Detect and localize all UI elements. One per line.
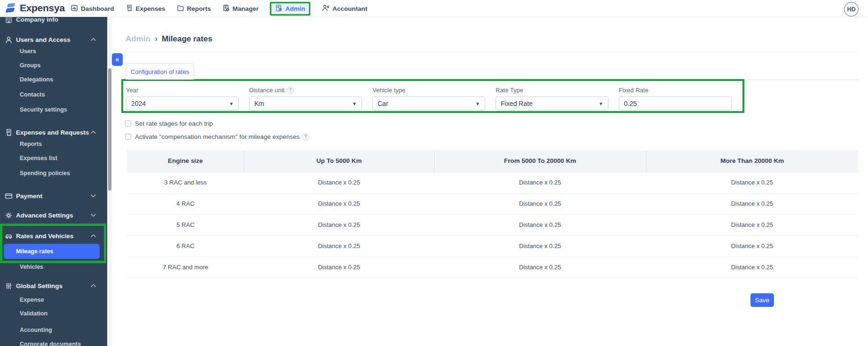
sidebar-section-users-and-access[interactable]: Users and Access	[0, 34, 107, 45]
sidebar-section-label: Expenses and Requests	[16, 129, 89, 136]
rate-type-select[interactable]: Fixed Rate ▼	[496, 97, 608, 111]
card-top-divider	[118, 52, 858, 52]
caret-down-icon: ▼	[599, 101, 603, 106]
nav-item-label: Expenses	[136, 5, 166, 12]
help-icon[interactable]: ?	[302, 133, 309, 140]
sidebar-item-spending-policies[interactable]: Spending policies	[20, 170, 70, 177]
sidebar-item-corporate-documents[interactable]: Corporate documents	[20, 341, 81, 346]
rate-cell: Distance x 0.25	[244, 172, 434, 193]
caret-down-icon: ▼	[352, 101, 357, 106]
rate-stages-checkbox-row[interactable]: Set rate stages for each trip	[125, 120, 213, 127]
rate-cell: Distance x 0.25	[244, 257, 434, 278]
engine-size-cell: 5 RAC	[127, 214, 244, 235]
nav-item-label: Reports	[187, 5, 211, 12]
checkbox-unchecked[interactable]	[125, 134, 131, 140]
nav-item-accountant[interactable]: Accountant	[322, 4, 367, 13]
avatar-initials: HD	[847, 6, 855, 13]
engine-size-cell: 4 RAC	[127, 193, 244, 214]
sidebar-item-accounting[interactable]: Accounting	[20, 327, 52, 333]
sidebar-item-expenses-list[interactable]: Expenses list	[20, 155, 57, 161]
caret-down-icon: ▼	[229, 101, 234, 106]
breadcrumb: Admin › Mileage rates	[126, 34, 213, 44]
sidebar-item-vehicles[interactable]: Vehicles	[20, 264, 43, 270]
sidebar-item-users[interactable]: Users	[20, 48, 36, 55]
sidebar-section-advanced-settings[interactable]: Advanced Settings	[0, 210, 107, 220]
sidebar-section-label: Payment	[16, 193, 42, 200]
sidebar-section-label: Users and Access	[16, 36, 71, 43]
sidebar-item-security-settings[interactable]: Security settings	[20, 106, 67, 113]
sidebar-item-reports[interactable]: Reports	[20, 141, 42, 147]
top-nav-menu: Dashboard Expenses Reports Manager Admin…	[71, 0, 367, 17]
sidebar-section-expenses-and-requests[interactable]: Expenses and Requests	[0, 127, 107, 137]
sidebar-section-global-settings[interactable]: Global Settings	[0, 281, 107, 291]
fixed-rate-input[interactable]: 0.25	[619, 97, 732, 111]
vehicle-type-select-value: Car	[378, 100, 388, 107]
sidebar-item-delegations[interactable]: Delegations	[20, 76, 53, 83]
sidebar-item-mileage-rates-active[interactable]: Mileage rates	[4, 244, 100, 259]
fixed-rate-label: Fixed Rate	[619, 87, 648, 94]
rate-cell: Distance x 0.25	[646, 193, 858, 214]
rate-cell: Distance x 0.25	[434, 257, 646, 278]
rate-type-field-group: Rate Type Fixed Rate ▼	[496, 87, 608, 111]
nav-item-reports[interactable]: Reports	[177, 4, 211, 13]
nav-item-dashboard[interactable]: Dashboard	[71, 4, 114, 13]
breadcrumb-parent[interactable]: Admin	[126, 34, 150, 44]
sidebar-section-payment[interactable]: Payment	[0, 191, 107, 201]
year-field-group: Year 2024 ▼	[126, 87, 239, 111]
vehicle-type-select[interactable]: Car ▼	[372, 97, 485, 111]
sidebar-section-company-info[interactable]: Company info	[0, 17, 107, 24]
table-row: 6 RAC Distance x 0.25 Distance x 0.25 Di…	[127, 235, 858, 257]
rate-cell: Distance x 0.25	[244, 235, 434, 257]
sidebar-section-label: Advanced Settings	[16, 212, 73, 219]
fixed-rate-input-value: 0.25	[624, 100, 637, 107]
user-avatar[interactable]: HD	[844, 2, 859, 16]
save-button[interactable]: Save	[750, 293, 774, 307]
sidebar-item-contacts[interactable]: Contacts	[20, 91, 45, 98]
building-icon	[5, 17, 13, 24]
help-icon[interactable]: ?	[287, 87, 294, 94]
rate-cell: Distance x 0.25	[434, 172, 646, 193]
vehicle-type-field-group: Vehicle type Car ▼	[372, 87, 485, 111]
column-header-5000-to-20000: From 5000 To 20000 Km	[434, 150, 646, 172]
gear-icon	[5, 211, 13, 219]
expensya-logo[interactable]: Expensya	[6, 2, 65, 14]
sidebar-item-groups[interactable]: Groups	[20, 62, 40, 69]
sidebar-scrollbar-thumb[interactable]	[108, 68, 111, 191]
rate-cell: Distance x 0.25	[434, 235, 646, 257]
column-header-more-than-20000: More Than 20000 Km	[646, 150, 858, 172]
year-select[interactable]: 2024 ▼	[126, 97, 239, 111]
sidebar-section-label: Rates and Vehicles	[16, 233, 73, 240]
sidebar-item-validation[interactable]: Validation	[20, 310, 47, 317]
collapse-sidebar-button[interactable]: «	[112, 53, 123, 66]
table-row: 7 RAC and more Distance x 0.25 Distance …	[127, 257, 858, 278]
engine-size-cell: 3 RAC and less	[127, 172, 244, 193]
mileage-rates-table: Engine size Up To 5000 Km From 5000 To 2…	[127, 150, 858, 278]
tab-strip-divider	[744, 80, 858, 80]
caret-down-icon: ▼	[475, 101, 480, 106]
nav-item-manager[interactable]: Manager	[222, 4, 259, 13]
nav-item-label: Manager	[233, 5, 259, 12]
document-gear-icon	[275, 4, 283, 13]
nav-item-admin[interactable]: Admin	[270, 2, 310, 16]
folder-icon	[177, 4, 184, 13]
distance-unit-select-value: Km	[254, 100, 264, 107]
expensya-logo-icon	[6, 2, 16, 14]
nav-item-label: Dashboard	[81, 5, 114, 12]
checkbox-unchecked[interactable]	[125, 121, 131, 127]
rate-type-select-value: Fixed Rate	[501, 100, 533, 107]
page-title: Mileage rates	[162, 34, 213, 44]
table-row: 4 RAC Distance x 0.25 Distance x 0.25 Di…	[127, 193, 858, 214]
column-header-up-to-5000: Up To 5000 Km	[244, 150, 434, 172]
distance-unit-field-group: Distance unit ? Km ▼	[249, 87, 362, 111]
compensation-mechanism-checkbox-row[interactable]: Activate "compensation mechanism" for mi…	[125, 133, 309, 140]
breadcrumb-chevron-icon: ›	[155, 34, 158, 44]
distance-unit-select[interactable]: Km ▼	[249, 97, 362, 111]
sidebar-section-rates-and-vehicles[interactable]: Rates and Vehicles	[0, 231, 107, 241]
sidebar-scrollbar[interactable]	[107, 17, 112, 346]
chevron-up-icon	[91, 38, 96, 41]
nav-item-expenses[interactable]: Expenses	[126, 4, 166, 13]
sidebar-item-expense[interactable]: Expense	[20, 297, 44, 303]
tab-configuration-of-rates[interactable]: Configuration of rates	[126, 63, 194, 80]
rate-cell: Distance x 0.25	[434, 214, 646, 235]
person-icon	[5, 36, 13, 44]
